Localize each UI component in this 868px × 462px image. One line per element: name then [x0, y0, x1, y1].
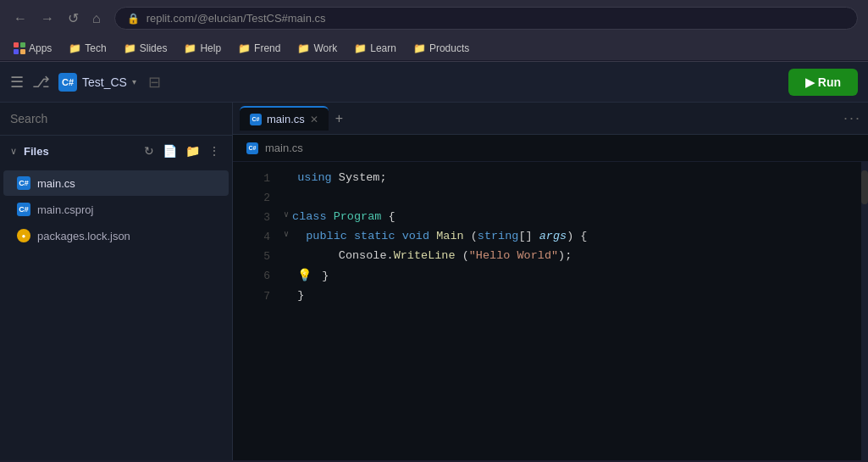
- branch-icon[interactable]: ⎇: [32, 73, 50, 92]
- code-content-5: Console.WriteLine ("Hello World");: [284, 247, 848, 266]
- nav-buttons: ← → ↺ ⌂: [10, 8, 104, 28]
- tab-main-cs-label: main.cs: [267, 113, 305, 125]
- sidebar: ∨ Files ↻ 📄 📁 ⋮ C# main.cs C# main.cspro…: [0, 103, 233, 460]
- code-line-7: 7 }: [233, 287, 861, 306]
- replit-app: ☰ ⎇ C# Test_CS ▾ ⊟ ▶ Run ∨ Files ↻ 📄 📁: [0, 62, 868, 460]
- code-content-7: }: [284, 287, 848, 306]
- run-button[interactable]: ▶ Run: [788, 69, 858, 96]
- code-content-3: class Program {: [292, 208, 848, 227]
- search-bar: [0, 103, 232, 136]
- files-label: Files: [24, 145, 49, 158]
- bookmark-help-label: Help: [200, 42, 221, 54]
- project-indicator: C# Test_CS ▾: [58, 73, 136, 92]
- refresh-files-button[interactable]: ↻: [142, 142, 156, 159]
- files-more-button[interactable]: ⋮: [207, 142, 222, 159]
- folder-icon: 📁: [354, 42, 367, 54]
- browser-chrome: ← → ↺ ⌂ 🔒 replit.com/@elucian/TestCS#mai…: [0, 0, 868, 62]
- line-number-5: 5: [246, 247, 270, 266]
- code-line-1: 1 using System;: [233, 169, 861, 188]
- line-number-1: 1: [246, 169, 270, 188]
- sidebar-toggle-button[interactable]: ☰: [10, 73, 24, 92]
- dropdown-arrow-icon: ▾: [132, 77, 136, 86]
- code-content-4: public static void Main (string[] args) …: [292, 227, 848, 247]
- folder-icon: 📁: [297, 42, 310, 54]
- forward-button[interactable]: →: [37, 9, 58, 28]
- fold-icon-4[interactable]: ∨: [284, 227, 289, 242]
- line-number-7: 7: [246, 287, 270, 306]
- editor-scrollbar[interactable]: [861, 162, 868, 460]
- fold-icon-3[interactable]: ∨: [284, 208, 289, 222]
- new-folder-button[interactable]: 📁: [184, 142, 202, 159]
- editor-area: C# main.cs ✕ + ··· C# main.cs 1: [233, 103, 868, 460]
- lightbulb-icon: 💡: [297, 269, 312, 282]
- bookmark-products-label: Products: [429, 42, 469, 54]
- bookmark-work[interactable]: 📁 Work: [290, 40, 344, 57]
- new-file-button[interactable]: 📄: [161, 142, 179, 159]
- bookmarks-bar: Apps 📁 Tech 📁 Slides 📁 Help 📁 Frend 📁 Wo…: [0, 36, 868, 61]
- files-collapse-icon[interactable]: ∨: [10, 146, 17, 157]
- bookmark-tech[interactable]: 📁 Tech: [62, 40, 113, 57]
- bookmark-frend-label: Frend: [254, 42, 280, 54]
- replit-topbar: ☰ ⎇ C# Test_CS ▾ ⊟ ▶ Run: [0, 62, 868, 103]
- url-path: @elucian/TestCS#main.cs: [197, 12, 326, 25]
- tab-cs-icon: C#: [250, 114, 262, 125]
- reload-button[interactable]: ↺: [64, 8, 82, 28]
- breadcrumb-filename: main.cs: [265, 142, 303, 154]
- bookmark-work-label: Work: [313, 42, 337, 54]
- bookmark-frend[interactable]: 📁 Frend: [231, 40, 287, 57]
- file-item-main-csproj[interactable]: C# main.csproj: [3, 197, 229, 222]
- folder-icon: 📁: [184, 42, 196, 54]
- breadcrumb-cs-icon: C#: [246, 142, 258, 154]
- code-editor[interactable]: 1 using System; 2 3 ∨ class Program {: [233, 162, 861, 460]
- url-text: replit.com/@elucian/TestCS#main.cs: [147, 12, 326, 25]
- tab-add-button[interactable]: +: [332, 111, 346, 126]
- files-header: ∨ Files ↻ 📄 📁 ⋮: [0, 136, 232, 166]
- code-content-1: using System;: [284, 169, 848, 188]
- bookmark-learn-label: Learn: [370, 42, 396, 54]
- editor-breadcrumb: C# main.cs: [233, 135, 868, 162]
- file-item-packages-lock[interactable]: ● packages.lock.json: [3, 223, 229, 248]
- bookmark-products[interactable]: 📁 Products: [406, 40, 476, 57]
- line-number-4: 4: [246, 227, 270, 247]
- line-number-6: 6: [246, 266, 270, 286]
- home-button[interactable]: ⌂: [89, 9, 104, 28]
- folder-icon: 📁: [124, 42, 136, 54]
- tab-more-button[interactable]: ···: [843, 109, 861, 127]
- code-line-5: 5 Console.WriteLine ("Hello World");: [233, 247, 861, 266]
- code-content-6: 💡 }: [284, 266, 848, 287]
- cs-file-icon: C#: [17, 203, 30, 216]
- line-number-2: 2: [246, 188, 270, 208]
- separator-icon: ⊟: [148, 73, 161, 92]
- bookmark-apps-label: Apps: [29, 42, 52, 54]
- bookmark-apps[interactable]: Apps: [7, 40, 58, 57]
- address-bar[interactable]: 🔒 replit.com/@elucian/TestCS#main.cs: [114, 7, 858, 30]
- file-item-main-cs[interactable]: C# main.cs: [3, 170, 229, 196]
- folder-icon: 📁: [69, 42, 81, 54]
- scrollbar-thumb[interactable]: [861, 170, 868, 204]
- tab-main-cs[interactable]: C# main.cs ✕: [240, 106, 329, 131]
- tab-close-button[interactable]: ✕: [310, 114, 318, 125]
- file-list: C# main.cs C# main.csproj ● packages.loc…: [0, 166, 232, 460]
- code-line-3: 3 ∨ class Program {: [233, 208, 861, 227]
- url-domain: replit.com/: [147, 12, 197, 25]
- files-actions: ↻ 📄 📁 ⋮: [142, 142, 222, 159]
- code-line-4: 4 ∨ public static void Main (string[] ar…: [233, 227, 861, 247]
- back-button[interactable]: ←: [10, 9, 30, 28]
- browser-toolbar: ← → ↺ ⌂ 🔒 replit.com/@elucian/TestCS#mai…: [0, 0, 868, 36]
- cs-logo-icon: C#: [58, 73, 77, 92]
- bookmark-tech-label: Tech: [85, 42, 106, 54]
- apps-grid-icon: [14, 42, 25, 54]
- bookmark-help[interactable]: 📁 Help: [177, 40, 228, 57]
- bookmark-learn[interactable]: 📁 Learn: [347, 40, 403, 57]
- line-number-3: 3: [246, 208, 270, 227]
- lock-icon: 🔒: [127, 13, 140, 25]
- json-file-icon: ●: [17, 229, 30, 242]
- search-input[interactable]: [10, 112, 222, 125]
- cs-file-icon: C#: [17, 176, 30, 190]
- project-name: Test_CS: [82, 75, 127, 89]
- bookmark-slides[interactable]: 📁 Slides: [117, 40, 174, 57]
- folder-icon: 📁: [413, 42, 426, 54]
- bookmark-slides-label: Slides: [140, 42, 168, 54]
- file-name-main-csproj: main.csproj: [37, 203, 93, 216]
- editor-wrapper: 1 using System; 2 3 ∨ class Program {: [233, 162, 868, 460]
